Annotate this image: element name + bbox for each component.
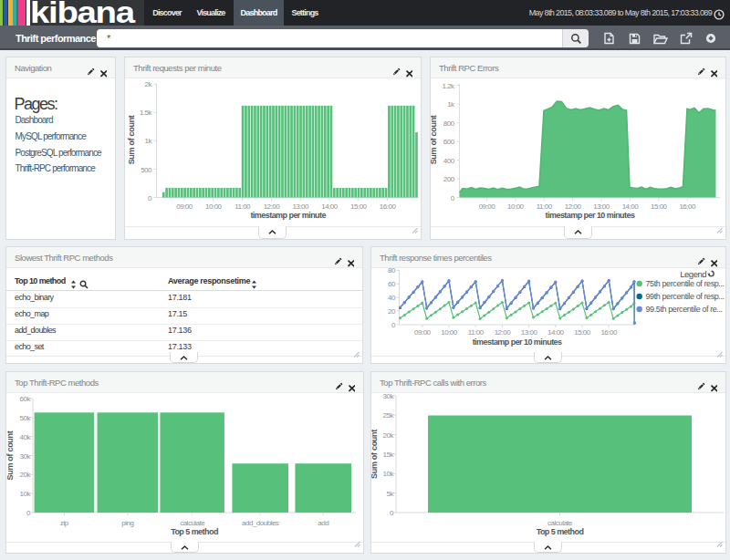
svg-text:20k: 20k	[383, 431, 395, 440]
svg-text:timestamp per 10 minutes: timestamp per 10 minutes	[546, 211, 635, 220]
svg-text:14:00: 14:00	[321, 202, 339, 211]
svg-text:60: 60	[388, 280, 396, 288]
svg-text:75th percentile of resp...: 75th percentile of resp...	[646, 279, 725, 288]
svg-text:zip: zip	[60, 519, 69, 527]
svg-text:timestamp per minute: timestamp per minute	[250, 211, 326, 220]
svg-text:12:00: 12:00	[565, 202, 582, 211]
svg-text:10:00: 10:00	[205, 202, 223, 211]
svg-text:Legend: Legend	[680, 269, 706, 279]
svg-text:10:00: 10:00	[441, 328, 458, 337]
svg-text:1.5k: 1.5k	[140, 109, 153, 117]
svg-text:Top 5 method: Top 5 method	[537, 527, 584, 536]
svg-text:09:00: 09:00	[176, 202, 193, 211]
svg-text:25k: 25k	[383, 411, 395, 420]
svg-text:11:00: 11:00	[537, 202, 553, 211]
svg-text:09:00: 09:00	[414, 328, 432, 337]
svg-text:400: 400	[443, 157, 455, 165]
svg-text:0: 0	[391, 321, 396, 329]
svg-text:13:00: 13:00	[521, 328, 538, 337]
svg-text:0: 0	[451, 194, 455, 202]
svg-text:calculate: calculate	[548, 519, 573, 527]
svg-text:11:00: 11:00	[468, 328, 485, 337]
svg-text:13:00: 13:00	[292, 202, 309, 211]
svg-text:60k: 60k	[20, 395, 32, 403]
svg-text:14:00: 14:00	[622, 202, 640, 211]
svg-text:800: 800	[443, 119, 455, 128]
svg-text:99.5th percentile of re...: 99.5th percentile of re...	[646, 305, 723, 314]
svg-text:99th percentile of resp...: 99th percentile of resp...	[646, 292, 725, 301]
svg-text:11:00: 11:00	[235, 202, 251, 211]
svg-text:09:00: 09:00	[479, 202, 496, 211]
svg-text:200: 200	[443, 175, 455, 183]
svg-text:16:00: 16:00	[380, 202, 397, 211]
svg-text:calculate: calculate	[180, 519, 205, 527]
svg-text:Sum of count: Sum of count	[127, 115, 136, 164]
svg-text:15:00: 15:00	[574, 328, 591, 337]
svg-text:15k: 15k	[383, 451, 395, 459]
svg-text:timestamp per 10 minutes: timestamp per 10 minutes	[473, 337, 562, 347]
svg-text:10k: 10k	[383, 470, 395, 478]
svg-text:0: 0	[148, 194, 152, 202]
svg-text:10:00: 10:00	[507, 202, 525, 211]
svg-text:Sum of count: Sum of count	[6, 430, 15, 480]
svg-text:5k: 5k	[387, 490, 395, 498]
svg-text:500: 500	[141, 166, 152, 174]
svg-text:2k: 2k	[145, 80, 153, 88]
svg-text:1k: 1k	[447, 100, 455, 109]
svg-text:600: 600	[443, 138, 455, 146]
svg-text:12:00: 12:00	[495, 328, 512, 337]
svg-text:30k: 30k	[20, 452, 32, 461]
svg-text:ping: ping	[121, 519, 133, 527]
svg-text:40: 40	[388, 294, 396, 302]
svg-text:16:00: 16:00	[679, 202, 696, 211]
svg-text:Sum of count: Sum of count	[371, 430, 379, 479]
svg-text:16:00: 16:00	[600, 328, 618, 337]
svg-text:Top 5 method: Top 5 method	[171, 527, 218, 536]
svg-text:50k: 50k	[20, 414, 32, 422]
svg-text:15:00: 15:00	[651, 202, 668, 211]
svg-text:80: 80	[388, 268, 396, 275]
svg-text:20: 20	[388, 307, 396, 316]
svg-text:15:00: 15:00	[350, 202, 368, 211]
svg-text:40k: 40k	[20, 433, 32, 441]
svg-text:1k: 1k	[145, 137, 153, 145]
svg-text:20k: 20k	[20, 471, 32, 479]
svg-text:Sum of count: Sum of count	[431, 115, 439, 164]
svg-text:13:00: 13:00	[593, 202, 610, 211]
svg-text:14:00: 14:00	[548, 328, 565, 337]
svg-text:add_doubles: add_doubles	[242, 519, 279, 527]
svg-text:add: add	[318, 519, 328, 527]
svg-text:12:00: 12:00	[264, 202, 281, 211]
svg-text:30k: 30k	[383, 393, 395, 400]
svg-text:10k: 10k	[20, 490, 32, 498]
svg-text:1.2k: 1.2k	[442, 82, 455, 90]
